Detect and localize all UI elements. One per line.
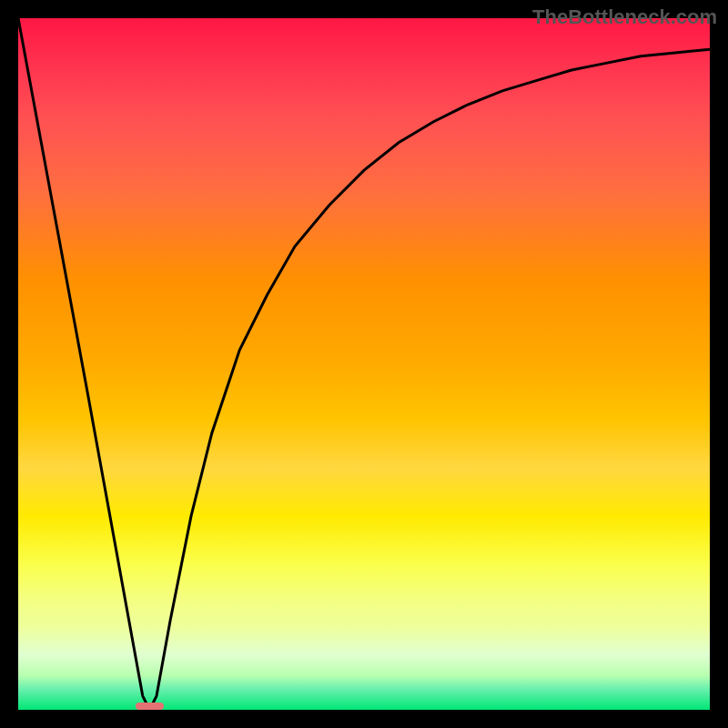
- curve-svg: [18, 18, 710, 710]
- chart-frame: TheBottleneck.com: [0, 0, 728, 728]
- watermark-text: TheBottleneck.com: [532, 5, 717, 29]
- plot-area: [18, 18, 710, 710]
- bottleneck-curve: [18, 18, 710, 710]
- optimal-point-marker: [136, 703, 163, 710]
